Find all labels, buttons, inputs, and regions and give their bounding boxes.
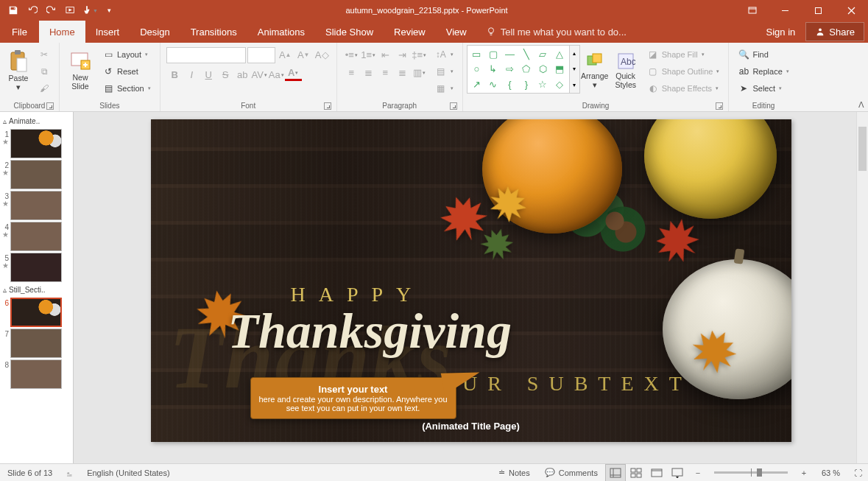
char-spacing-button[interactable]: AV▾ (251, 66, 268, 83)
minimize-icon[interactable] (769, 0, 802, 21)
bullets-button[interactable]: •≡▾ (343, 46, 360, 63)
slide-thumbnail-8[interactable] (10, 359, 62, 389)
shape-effects-button[interactable]: ◐Shape Effects▾ (644, 80, 723, 96)
tab-insert[interactable]: Insert (85, 21, 130, 43)
grow-font-button[interactable]: A▲ (277, 46, 294, 63)
tell-me-search[interactable]: Tell me what you want to do... (477, 21, 635, 43)
line-spacing-button[interactable]: ‡≡▾ (411, 46, 428, 63)
slide-thumbnail-5[interactable] (10, 253, 62, 282)
slideshow-view-icon[interactable] (667, 464, 688, 482)
font-color-button[interactable]: A▾ (285, 66, 302, 81)
reset-button[interactable]: ↺Reset (99, 63, 154, 80)
thumbnail-panel[interactable]: ▵ Animate.. 1★ 2★ 3★ 4★ 5★ ▵ Still_Secti… (0, 112, 74, 463)
slide-sorter-view-icon[interactable] (626, 464, 646, 482)
spell-check-icon[interactable]: ⎁ (60, 464, 80, 481)
strikethrough-button[interactable]: S (217, 66, 234, 83)
slide-thumbnail-3[interactable] (10, 191, 62, 220)
collapse-ribbon-icon[interactable]: ᐱ (858, 100, 864, 109)
replace-button[interactable]: abReplace▾ (735, 63, 791, 80)
cut-button[interactable]: ✂ (35, 46, 53, 63)
signin-link[interactable]: Sign in (756, 21, 806, 43)
italic-button[interactable]: I (183, 66, 200, 83)
close-icon[interactable] (835, 0, 868, 21)
title-text[interactable]: Thanksgiving (228, 302, 512, 360)
slide-thumbnail-7[interactable] (10, 329, 62, 358)
text-shadow-button[interactable]: ab (234, 66, 251, 83)
change-case-button[interactable]: Aa▾ (268, 66, 285, 83)
callout-box[interactable]: Insert your text here and create your ow… (250, 377, 456, 419)
shapes-gallery[interactable]: ▭▢—╲▱△ ○↳⇨⬠⬡⬒ ↗∿{}☆◇ (467, 45, 570, 94)
font-family-combo[interactable] (166, 47, 246, 63)
increase-indent-button[interactable]: ⇥ (394, 46, 411, 63)
paragraph-dialog-launcher[interactable] (450, 102, 457, 110)
ribbon-display-options-icon[interactable] (735, 0, 769, 21)
format-painter-button[interactable]: 🖌 (35, 80, 53, 96)
quick-styles-button[interactable]: Abc Quick Styles (610, 45, 642, 96)
numbering-button[interactable]: 1≡▾ (360, 46, 377, 63)
tab-animations[interactable]: Animations (247, 21, 315, 43)
slide-thumbnail-1[interactable] (10, 129, 62, 158)
file-tab[interactable]: File (0, 21, 39, 43)
comments-button[interactable]: 💬 Comments (537, 464, 605, 481)
convert-smartart-button[interactable]: ▦▾ (432, 80, 456, 96)
section-header-1[interactable]: ▵ Animate.. (1, 115, 71, 127)
normal-view-icon[interactable] (605, 464, 626, 482)
font-dialog-launcher[interactable] (324, 102, 331, 110)
save-icon[interactable] (4, 1, 22, 19)
reading-view-icon[interactable] (646, 464, 667, 482)
decrease-indent-button[interactable]: ⇤ (377, 46, 394, 63)
bold-button[interactable]: B (166, 66, 183, 83)
zoom-slider[interactable] (714, 471, 788, 474)
find-button[interactable]: 🔍Find (735, 46, 791, 63)
shape-outline-button[interactable]: ▢Shape Outline▾ (644, 63, 723, 80)
layout-button[interactable]: ▭Layout▾ (99, 46, 154, 63)
columns-button[interactable]: ▥▾ (411, 64, 428, 81)
language-indicator[interactable]: English (United States) (80, 464, 177, 481)
share-button[interactable]: Share (805, 22, 864, 41)
shape-fill-button[interactable]: ◪Shape Fill▾ (644, 46, 723, 63)
justify-button[interactable]: ≣ (394, 64, 411, 81)
text-direction-button[interactable]: ↕A▾ (432, 46, 456, 63)
align-right-button[interactable]: ≡ (377, 64, 394, 81)
tab-review[interactable]: Review (384, 21, 436, 43)
zoom-in-button[interactable]: + (794, 464, 814, 482)
slide-edit-area[interactable]: Thanks HAPPY Thanksgiving YOUR SUBTEXT I… (74, 112, 868, 463)
tab-slide-show[interactable]: Slide Show (315, 21, 384, 43)
zoom-percent[interactable]: 63 % (814, 464, 847, 481)
touch-mode-icon[interactable]: ▼ (81, 1, 99, 19)
section-header-2[interactable]: ▵ Still_Secti.. (1, 284, 71, 296)
slide-thumbnail-2[interactable] (10, 160, 62, 189)
slide-canvas[interactable]: Thanks HAPPY Thanksgiving YOUR SUBTEXT I… (151, 119, 791, 442)
shapes-gallery-scroll[interactable]: ▴▾▾ (570, 45, 580, 94)
align-center-button[interactable]: ≣ (360, 64, 377, 81)
paste-button[interactable]: Paste▾ (4, 45, 33, 96)
notes-button[interactable]: ≐ Notes (491, 464, 537, 481)
maximize-icon[interactable] (802, 0, 835, 21)
slide-thumbnail-4[interactable] (10, 222, 62, 251)
select-button[interactable]: ➤Select▾ (735, 80, 791, 96)
vertical-scrollbar[interactable] (856, 112, 868, 463)
section-button[interactable]: ▤Section▾ (99, 80, 154, 96)
new-slide-button[interactable]: New Slide (63, 45, 97, 96)
align-left-button[interactable]: ≡ (343, 64, 360, 81)
slide-counter[interactable]: Slide 6 of 13 (0, 464, 60, 481)
clear-formatting-button[interactable]: A◇ (314, 46, 331, 63)
fit-to-window-icon[interactable]: ⛶ (847, 464, 868, 482)
clipboard-dialog-launcher[interactable] (46, 102, 54, 110)
qat-customize-icon[interactable]: ▾ (100, 1, 118, 19)
font-size-combo[interactable] (247, 47, 275, 63)
tab-transitions[interactable]: Transitions (180, 21, 247, 43)
arrange-button[interactable]: Arrange▾ (580, 45, 610, 96)
tab-view[interactable]: View (436, 21, 477, 43)
tab-home[interactable]: Home (39, 21, 85, 43)
shrink-font-button[interactable]: A▼ (295, 46, 312, 63)
slide-thumbnail-6[interactable] (10, 298, 62, 327)
align-text-button[interactable]: ▤▾ (432, 63, 456, 80)
drawing-dialog-launcher[interactable] (716, 102, 723, 110)
undo-icon[interactable] (24, 1, 41, 19)
start-from-beginning-icon[interactable] (62, 1, 80, 19)
zoom-out-button[interactable]: − (688, 464, 708, 482)
underline-button[interactable]: U (200, 66, 217, 83)
redo-icon[interactable] (43, 1, 60, 19)
copy-button[interactable]: ⧉ (35, 63, 53, 80)
